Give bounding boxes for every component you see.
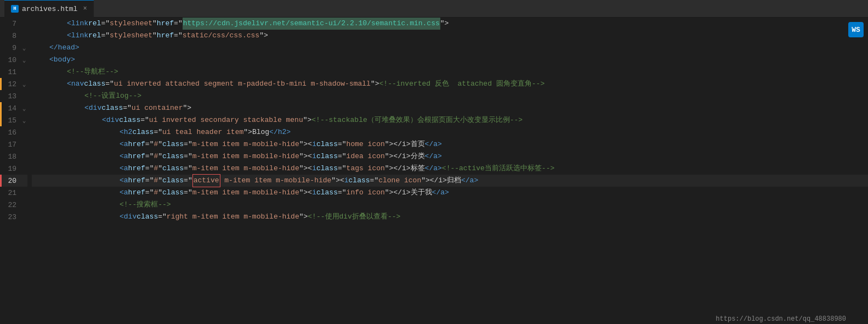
code-line-14: <div class="ui container"> <box>32 102 868 114</box>
line-number-20: 20 <box>0 177 21 185</box>
code-line-8: <link rel="stylesheet" href="static/css/… <box>32 30 868 42</box>
code-line-12: <nav class="ui inverted attached segment… <box>32 78 868 90</box>
tab-close-button[interactable]: × <box>83 5 87 13</box>
tab-filename: archives.html <box>22 5 77 13</box>
gutter-line-13: 13 <box>0 90 27 102</box>
fold-15[interactable]: ⌄ <box>21 117 27 124</box>
code-line-19: <a href="#" class="m-item item m-mobile-… <box>32 163 868 175</box>
code-line-16: <h2 class="ui teal header item">Blog</h2… <box>32 126 868 138</box>
gutter-line-9: 9 ⌄ <box>0 42 27 54</box>
gutter-line-20: 20 <box>0 175 27 187</box>
line-number-15: 15 <box>0 116 21 125</box>
code-line-13: <!--设置log--> <box>32 90 868 102</box>
code-line-10: <body> <box>32 54 868 66</box>
gutter-line-10: 10 ⌄ <box>0 54 27 66</box>
line-number-17: 17 <box>0 141 21 149</box>
code-line-20: <a href="#" class="active m-item item m-… <box>32 175 868 187</box>
line-number-13: 13 <box>0 92 21 100</box>
fold-12[interactable]: ⌄ <box>21 81 27 88</box>
gutter-line-14: 14 ⌄ <box>0 102 27 114</box>
code-line-7: <link rel="stylesheet" href="https://cdn… <box>32 18 868 30</box>
gutter-line-11: 11 <box>0 66 27 78</box>
active-highlight: active <box>192 174 220 187</box>
line-number-21: 21 <box>0 189 21 197</box>
gutter-line-21: 21 <box>0 187 27 199</box>
fold-10[interactable]: ⌄ <box>21 57 27 64</box>
gutter-line-19: 19 <box>0 163 27 175</box>
line-number-8: 8 <box>0 32 21 40</box>
file-type-icon: H <box>11 5 19 13</box>
code-line-11: <!--导航栏--> <box>32 66 868 78</box>
file-tab[interactable]: H archives.html × <box>4 0 94 18</box>
gutter-line-18: 18 <box>0 150 27 163</box>
line-number-10: 10 <box>0 56 21 64</box>
code-line-9: </head> <box>32 42 868 54</box>
webstorm-icon: WS <box>848 22 864 37</box>
line-number-23: 23 <box>0 213 21 221</box>
gutter-line-22: 22 <box>0 199 27 211</box>
line-gutter: 7 8 9 ⌄ 10 ⌄ 11 <box>0 18 27 324</box>
gutter-line-23: 23 <box>0 211 27 223</box>
code-line-18: <a href="#" class="m-item item m-mobile-… <box>32 150 868 163</box>
gutter-line-8: 8 <box>0 30 27 42</box>
line-numbers: 7 8 9 ⌄ 10 ⌄ 11 <box>0 18 27 223</box>
line-number-11: 11 <box>0 68 21 76</box>
fold-14[interactable]: ⌄ <box>21 105 27 112</box>
code-area[interactable]: <link rel="stylesheet" href="https://cdn… <box>27 18 868 324</box>
fold-9[interactable]: ⌄ <box>21 44 27 52</box>
gutter-line-15: 15 ⌄ <box>0 114 27 126</box>
line-number-18: 18 <box>0 153 21 161</box>
code-line-15: <div class="ui inverted secondary stacka… <box>32 114 868 126</box>
editor-container: 7 8 9 ⌄ 10 ⌄ 11 <box>0 18 868 324</box>
code-line-22: <!--搜索框--> <box>32 199 868 211</box>
line-number-7: 7 <box>0 20 21 28</box>
code-line-17: <a href="#" class="m-item item m-mobile-… <box>32 138 868 150</box>
line-number-22: 22 <box>0 201 21 209</box>
line-number-19: 19 <box>0 165 21 173</box>
line-number-16: 16 <box>0 129 21 137</box>
gutter-line-16: 16 <box>0 126 27 138</box>
line-number-12: 12 <box>0 80 21 88</box>
title-bar: H archives.html × <box>0 0 868 18</box>
gutter-line-17: 17 <box>0 138 27 150</box>
code-line-21: <a href="#" class="m-item item m-mobile-… <box>32 187 868 199</box>
line-number-14: 14 <box>0 104 21 113</box>
code-line-23: <div class="right m-item item m-mobile-h… <box>32 211 868 223</box>
status-bar-url: https://blog.csdn.net/qq_48838980 <box>711 314 850 324</box>
gutter-line-12: 12 ⌄ <box>0 78 27 90</box>
gutter-line-7: 7 <box>0 18 27 30</box>
line-number-9: 9 <box>0 44 21 52</box>
